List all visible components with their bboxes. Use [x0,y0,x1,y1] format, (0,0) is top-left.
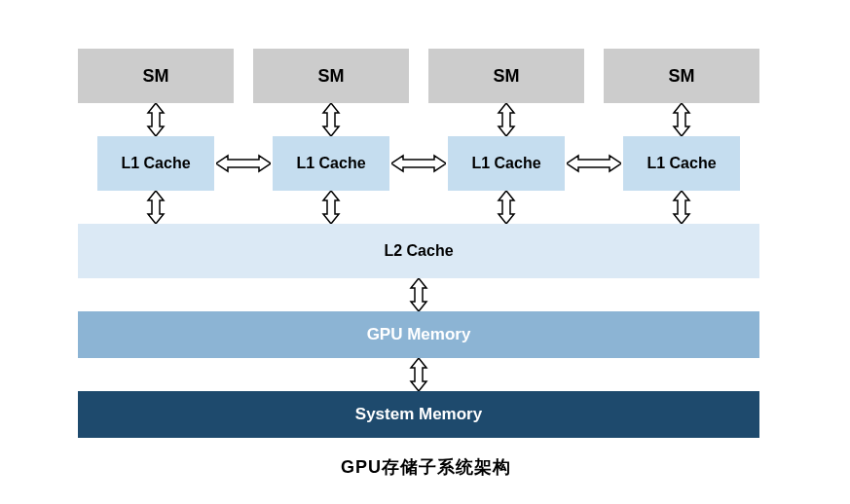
arrow-l2-gpu [409,278,428,311]
arrow-l1-l1-0 [216,154,271,173]
arrow-l1-l2-2 [497,191,516,224]
l1-cache-block-1: L1 Cache [273,136,389,191]
svg-marker-1 [323,103,339,136]
svg-marker-3 [674,103,689,136]
svg-marker-12 [411,358,426,391]
sm-block-0: SM [78,49,234,103]
arrow-sm-l1-0 [146,103,166,136]
sm-block-1: SM [253,49,409,103]
arrow-sm-l1-2 [497,103,516,136]
l1-cache-block-3: L1 Cache [623,136,740,191]
l1-label: L1 Cache [647,155,716,172]
svg-marker-0 [148,103,164,136]
arrow-l1-l2-1 [321,191,341,224]
svg-marker-5 [391,156,446,171]
sm-block-3: SM [604,49,759,103]
svg-marker-2 [499,103,514,136]
sm-label: SM [494,66,520,87]
arrow-gpu-sys [409,358,428,391]
l1-label: L1 Cache [121,155,190,172]
gpu-memory-label: GPU Memory [367,325,471,344]
arrow-l1-l1-1 [391,154,446,173]
sm-block-2: SM [428,49,584,103]
svg-marker-7 [148,191,164,224]
svg-marker-10 [674,191,689,224]
sm-label: SM [669,66,695,87]
arrow-l1-l2-0 [146,191,166,224]
svg-marker-6 [567,156,621,171]
l2-cache-block: L2 Cache [78,224,759,278]
svg-marker-9 [499,191,514,224]
system-memory-label: System Memory [355,405,482,424]
svg-marker-8 [323,191,339,224]
diagram-title: GPU存储子系统架构 [341,455,511,479]
arrow-l1-l2-3 [672,191,691,224]
svg-marker-4 [216,156,271,171]
system-memory-block: System Memory [78,391,759,438]
l2-label: L2 Cache [384,242,453,260]
l1-cache-block-2: L1 Cache [448,136,565,191]
l1-label: L1 Cache [296,155,365,172]
arrow-sm-l1-1 [321,103,341,136]
l1-label: L1 Cache [471,155,540,172]
svg-marker-11 [411,278,426,311]
gpu-memory-hierarchy-diagram: SM SM SM SM L1 Cache L1 Cache L1 Cache L… [0,0,850,504]
gpu-memory-block: GPU Memory [78,311,759,358]
sm-label: SM [143,66,169,87]
l1-cache-block-0: L1 Cache [97,136,214,191]
arrow-sm-l1-3 [672,103,691,136]
sm-label: SM [318,66,345,87]
arrow-l1-l1-2 [567,154,621,173]
